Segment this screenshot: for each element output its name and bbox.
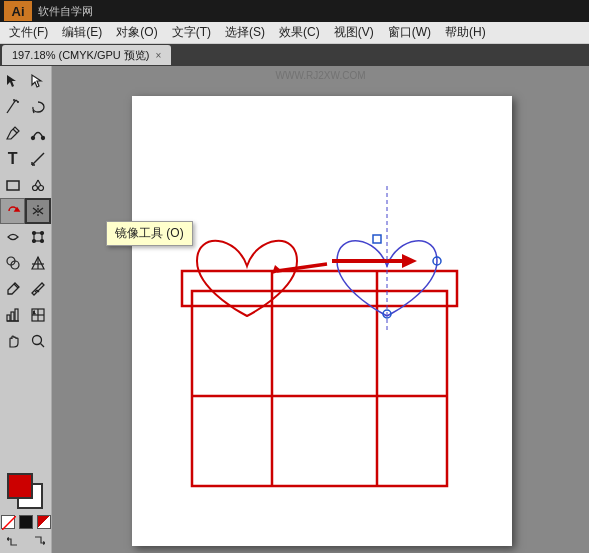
canvas-area: WWW.RJ2XW.COM — [52, 66, 589, 553]
svg-point-21 — [33, 240, 36, 243]
svg-line-41 — [2, 516, 16, 530]
ai-logo: Ai — [4, 1, 32, 21]
eyedropper-tool[interactable] — [0, 276, 26, 302]
pen-tool[interactable] — [0, 120, 26, 146]
svg-line-8 — [32, 153, 44, 165]
swap-colors[interactable] — [7, 533, 45, 549]
width-tool[interactable] — [0, 224, 26, 250]
svg-point-13 — [39, 186, 44, 191]
perspective-tool[interactable] — [26, 250, 52, 276]
svg-point-39 — [33, 336, 42, 345]
svg-rect-31 — [7, 315, 10, 321]
svg-rect-11 — [7, 181, 19, 190]
tool-tooltip: 镜像工具 (O) — [106, 221, 193, 246]
drawing-canvas — [132, 96, 512, 546]
title-bar: Ai 软件自学网 — [0, 0, 589, 22]
menu-bar: 文件(F) 编辑(E) 对象(O) 文字(T) 选择(S) 效果(C) 视图(V… — [0, 22, 589, 44]
tool-row-10: 1 — [0, 302, 51, 328]
svg-point-19 — [33, 232, 36, 235]
svg-point-12 — [33, 186, 38, 191]
tool-row-1 — [0, 68, 51, 94]
magic-wand-tool[interactable] — [0, 94, 26, 120]
free-transform-tool[interactable] — [26, 224, 52, 250]
menu-select[interactable]: 选择(S) — [218, 22, 272, 43]
svg-marker-42 — [43, 541, 45, 545]
menu-view[interactable]: 视图(V) — [327, 22, 381, 43]
small-color-row — [1, 515, 51, 529]
svg-marker-43 — [7, 537, 9, 541]
tool-row-11 — [0, 328, 51, 354]
black-color[interactable] — [19, 515, 33, 529]
svg-line-15 — [38, 180, 41, 186]
svg-line-0 — [7, 101, 15, 113]
svg-point-22 — [41, 240, 44, 243]
rotate-tool[interactable] — [0, 198, 25, 224]
main-area: T — [0, 66, 589, 553]
document-tab[interactable]: 197.18% (CMYK/GPU 预览) × — [2, 45, 171, 65]
tab-bar: 197.18% (CMYK/GPU 预览) × — [0, 44, 589, 66]
tool-row-6 — [0, 198, 51, 224]
svg-rect-53 — [373, 235, 381, 243]
toolbar: T — [0, 66, 52, 553]
svg-point-7 — [42, 137, 45, 140]
measure-tool[interactable] — [26, 276, 52, 302]
tool-row-8 — [0, 250, 51, 276]
tool-row-5 — [0, 172, 51, 198]
graph-tool[interactable] — [0, 302, 26, 328]
title-text: 软件自学网 — [38, 4, 585, 19]
foreground-color-box[interactable] — [7, 473, 33, 499]
svg-rect-33 — [15, 309, 18, 321]
tool-row-4: T — [0, 146, 51, 172]
curvature-tool[interactable] — [26, 120, 52, 146]
svg-line-5 — [13, 129, 17, 133]
menu-window[interactable]: 窗口(W) — [381, 22, 438, 43]
svg-point-20 — [41, 232, 44, 235]
reflect-tool[interactable] — [25, 198, 51, 224]
svg-rect-32 — [11, 312, 14, 321]
type-tool[interactable]: T — [0, 146, 26, 172]
tab-label: 197.18% (CMYK/GPU 预览) — [12, 48, 150, 63]
artboard[interactable] — [132, 96, 512, 546]
tool-row-3 — [0, 120, 51, 146]
selection-tool[interactable] — [0, 68, 26, 94]
menu-edit[interactable]: 编辑(E) — [55, 22, 109, 43]
rectangle-tool[interactable] — [0, 172, 26, 198]
menu-object[interactable]: 对象(O) — [109, 22, 164, 43]
svg-text:1: 1 — [33, 310, 36, 315]
line-tool[interactable] — [26, 146, 52, 172]
direct-selection-tool[interactable] — [26, 68, 52, 94]
color-boxes — [7, 473, 45, 511]
zoom-tool[interactable] — [26, 328, 52, 354]
menu-file[interactable]: 文件(F) — [2, 22, 55, 43]
tab-close-button[interactable]: × — [156, 50, 162, 61]
color-section — [0, 469, 55, 553]
tool-row-7 — [0, 224, 51, 250]
tool-row-9 — [0, 276, 51, 302]
lasso-tool[interactable] — [26, 94, 52, 120]
menu-effect[interactable]: 效果(C) — [272, 22, 327, 43]
svg-rect-44 — [192, 291, 447, 486]
svg-line-40 — [41, 344, 45, 348]
menu-help[interactable]: 帮助(H) — [438, 22, 493, 43]
menu-text[interactable]: 文字(T) — [165, 22, 218, 43]
scissors-tool[interactable] — [26, 172, 52, 198]
none-color[interactable] — [1, 515, 15, 529]
shape-builder-tool[interactable] — [0, 250, 26, 276]
gradient-color[interactable] — [37, 515, 51, 529]
svg-point-6 — [32, 137, 35, 140]
tool-row-2 — [0, 94, 51, 120]
svg-line-14 — [35, 180, 38, 186]
hand-tool[interactable] — [0, 328, 26, 354]
svg-marker-54 — [402, 254, 417, 268]
watermark: WWW.RJ2XW.COM — [276, 70, 366, 81]
slice-tool[interactable]: 1 — [26, 302, 52, 328]
